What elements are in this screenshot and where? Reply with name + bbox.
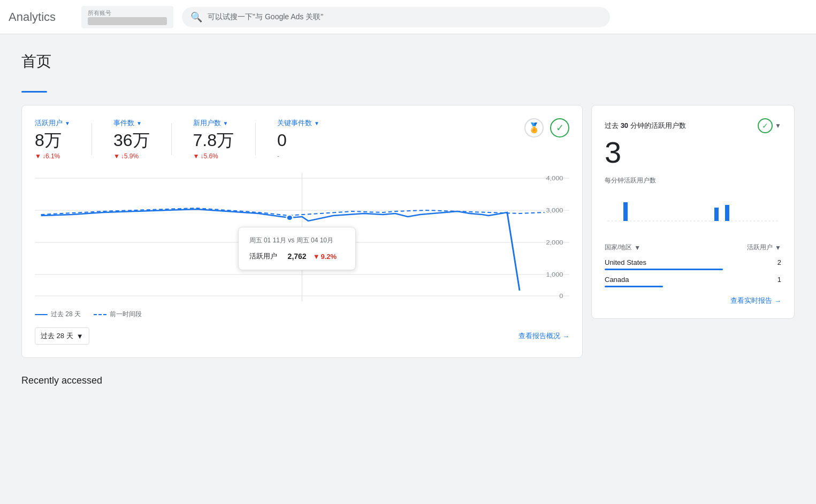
view-report-arrow: → (562, 332, 569, 340)
metric-events-label[interactable]: 事件数 ▼ (113, 118, 150, 128)
realtime-link[interactable]: 查看实时报告 → (730, 296, 781, 306)
country-count-ca: 1 (777, 276, 781, 284)
chart-tooltip: 周五 01 11月 vs 周五 04 10月 活跃用户 2,762 ▼ 9.2% (238, 227, 356, 270)
metric-events: 事件数 ▼ 36万 ▼ ↓5.9% (113, 118, 150, 160)
realtime-footer: 查看实时报告 → (605, 296, 781, 306)
svg-text:0: 0 (559, 293, 563, 300)
metric-divider-2 (171, 123, 172, 155)
tooltip-change: ▼ 9.2% (313, 253, 337, 261)
search-placeholder: 可以试搜一下"与 Google Ads 关联" (208, 12, 323, 22)
metric-active-users: 活跃用户 ▼ 8万 ▼ ↓6.1% (35, 118, 70, 160)
svg-text:2,000: 2,000 (546, 239, 563, 246)
svg-rect-16 (623, 202, 628, 221)
account-selector[interactable]: 所有账号 (81, 6, 173, 28)
metric-active-users-change-value: ↓6.1% (42, 152, 60, 160)
app-logo: Analytics (9, 10, 73, 24)
metric-new-users-dropdown-icon[interactable]: ▼ (223, 120, 228, 126)
metric-new-users-label-text: 新用户数 (193, 118, 221, 128)
view-report-link[interactable]: 查看报告概况 → (518, 331, 569, 341)
card-footer: 过去 28 天 ▼ 查看报告概况 → (35, 327, 569, 345)
metric-key-events-label[interactable]: 关键事件数 ▼ (277, 118, 319, 128)
realtime-check: ✓ ▼ (758, 118, 781, 133)
legend-dashed-line (94, 314, 106, 315)
metric-key-events-value: 0 (277, 130, 319, 150)
account-value (88, 17, 167, 25)
metric-active-users-label-text: 活跃用户 (35, 118, 63, 128)
metric-key-events-dropdown-icon[interactable]: ▼ (314, 120, 319, 126)
country-bar-us (605, 269, 723, 270)
metric-active-users-value: 8万 (35, 130, 70, 150)
metric-events-dropdown-icon[interactable]: ▼ (136, 120, 142, 126)
realtime-header: 过去 30 分钟的活跃用户数 ✓ ▼ (605, 118, 781, 133)
account-blurred (88, 17, 167, 25)
main-content: 首页 活跃用户 ▼ 8万 ▼ ↓6.1% (0, 34, 816, 403)
country-col-dropdown[interactable]: ▼ (634, 244, 640, 251)
tooltip-change-arrow: ▼ (313, 253, 320, 261)
svg-point-11 (286, 215, 293, 220)
period-selector[interactable]: 过去 28 天 ▼ (35, 327, 89, 345)
chart-container: 4,000 3,000 2,000 1,000 0 20 10月 27 (35, 173, 569, 301)
legend-solid-label: 过去 28 天 (51, 310, 81, 319)
country-table-header: 国家/地区 ▼ 活跃用户 ▼ (605, 243, 781, 252)
metric-events-value: 36万 (113, 130, 150, 150)
view-report-text: 查看报告概况 (518, 331, 560, 341)
legend-dashed: 前一时间段 (94, 310, 142, 319)
page-title: 首页 (21, 51, 795, 72)
metric-new-users-change: ▼ ↓5.6% (193, 152, 234, 160)
search-bar[interactable]: 🔍 可以试搜一下"与 Google Ads 关联" (182, 7, 610, 27)
users-col-header[interactable]: 活跃用户 ▼ (747, 243, 781, 252)
metric-divider-3 (255, 123, 256, 155)
legend-solid: 过去 28 天 (35, 310, 81, 319)
country-bar-ca (605, 286, 663, 287)
metric-events-label-text: 事件数 (113, 118, 134, 128)
metric-divider-1 (91, 123, 92, 155)
svg-rect-17 (714, 208, 719, 221)
realtime-link-arrow: → (774, 297, 781, 305)
legend-dashed-label: 前一时间段 (110, 310, 142, 319)
metric-key-events-change: - (277, 152, 319, 160)
svg-text:4,000: 4,000 (546, 175, 563, 182)
svg-text:1,000: 1,000 (546, 271, 563, 278)
legend-solid-line (35, 314, 48, 315)
recently-accessed-title: Recently accessed (21, 375, 795, 386)
medal-icon: 🏅 (524, 118, 544, 138)
check-icon: ✓ (550, 118, 569, 138)
tooltip-title: 周五 01 11月 vs 周五 04 10月 (249, 236, 345, 245)
header: Analytics 所有账号 🔍 可以试搜一下"与 Google Ads 关联" (0, 0, 816, 34)
metric-active-users-label[interactable]: 活跃用户 ▼ (35, 118, 70, 128)
metric-icons: 🏅 ✓ (524, 118, 569, 138)
tooltip-change-pct: 9.2% (321, 253, 337, 261)
realtime-check-icon: ✓ (758, 118, 773, 133)
tooltip-value: 2,762 (288, 252, 307, 261)
metric-key-events-label-text: 关键事件数 (277, 118, 312, 128)
country-count-us: 2 (777, 258, 781, 266)
metric-new-users-value: 7.8万 (193, 130, 234, 150)
metric-active-users-dropdown-icon[interactable]: ▼ (65, 120, 70, 126)
metric-active-users-change-arrow: ▼ (35, 152, 41, 160)
dashboard-row: 活跃用户 ▼ 8万 ▼ ↓6.1% 事件数 ▼ 36万 (21, 105, 795, 358)
country-name-us: United States (605, 258, 646, 266)
users-col-label: 活跃用户 (747, 243, 773, 252)
metric-key-events: 关键事件数 ▼ 0 - (277, 118, 319, 160)
realtime-dropdown[interactable]: ▼ (775, 122, 781, 129)
realtime-title: 过去 30 分钟的活跃用户数 (605, 121, 686, 131)
chart-legend: 过去 28 天 前一时间段 (35, 310, 569, 319)
tooltip-row: 活跃用户 2,762 ▼ 9.2% (249, 251, 345, 261)
tab-indicator (21, 91, 47, 93)
metric-new-users-change-value: ↓5.6% (200, 152, 218, 160)
metric-events-change: ▼ ↓5.9% (113, 152, 150, 160)
account-label: 所有账号 (88, 9, 167, 17)
svg-rect-18 (725, 205, 729, 221)
metric-new-users-label[interactable]: 新用户数 ▼ (193, 118, 234, 128)
country-col-label: 国家/地区 (605, 243, 632, 252)
tooltip-label: 活跃用户 (249, 251, 281, 261)
realtime-link-text: 查看实时报告 (730, 296, 772, 306)
users-col-dropdown[interactable]: ▼ (775, 244, 781, 251)
metric-key-events-change-value: - (277, 152, 279, 160)
realtime-count: 3 (605, 138, 781, 167)
country-col-header[interactable]: 国家/地区 ▼ (605, 243, 640, 252)
country-name-ca: Canada (605, 276, 629, 284)
period-label: 过去 28 天 (41, 331, 73, 341)
mini-bar-chart (605, 192, 781, 234)
country-row-us-top: United States 2 (605, 258, 781, 266)
